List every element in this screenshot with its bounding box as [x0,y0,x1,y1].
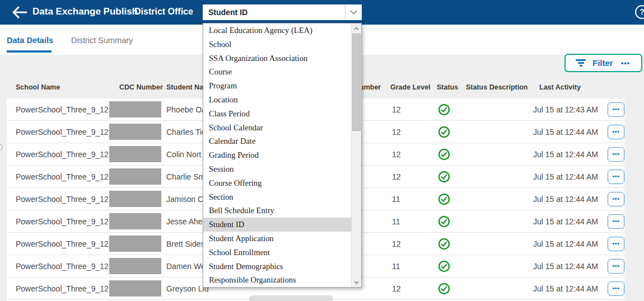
scroll-down-icon[interactable] [352,278,361,287]
column-header-status-description[interactable]: Status Description [466,78,528,96]
scrollbar-thumb[interactable] [352,34,361,131]
cdc-number-redaction [109,168,161,185]
status-success-icon [438,215,450,228]
cell-last-activity: Jul 15 at 12:43 AM [533,98,598,121]
cell-student-name: Charles Tic [166,121,206,143]
cdc-number-redaction [109,124,161,140]
filter-button-label: Filter [592,58,613,68]
cell-school-name: PowerSchool_Three_9_12 [16,278,109,300]
cdc-number-redaction [109,213,161,229]
row-actions-button[interactable]: ••• [608,125,624,139]
app-window: Data Exchange Publish District Office St… [0,0,644,301]
filter-button[interactable]: Filter ••• [564,54,642,72]
row-actions-button[interactable]: ••• [608,147,624,162]
dropdown-option[interactable]: Student Demographics [203,260,351,274]
cell-last-activity: Jul 15 at 12:44 AM [533,255,598,278]
cell-school-name: PowerSchool_Three_9_12 [16,188,109,210]
cdc-number-redaction [109,191,161,207]
dropdown-option[interactable]: Student Application [203,232,351,246]
cell-student-name: Colin Nort [166,143,201,166]
clipped-edge-element [0,144,3,151]
dropdown-option[interactable]: Location [203,93,351,107]
cdc-number-redaction [109,101,161,117]
dropdown-option[interactable]: Section [203,190,351,204]
dropdown-option[interactable]: Local Education Agency (LEA) [203,23,351,37]
status-success-icon [438,260,450,272]
cell-student-name: Charlie Sm [166,166,205,188]
cell-student-name: Jesse Ahea [166,210,207,233]
column-header-status[interactable]: Status [437,78,458,96]
dropdown-option[interactable]: Session [203,162,351,176]
filter-icon [576,59,586,67]
column-header-cdc-number[interactable]: CDC Number [119,78,163,96]
cell-last-activity: Jul 15 at 12:44 AM [533,188,598,210]
cell-school-name: PowerSchool_Three_9_12 [16,98,109,121]
cell-grade-level: 12 [392,143,401,166]
status-success-icon [438,126,450,138]
dropdown-option[interactable]: SSA Organization Association [203,51,351,65]
cell-student-name: Jamison Ch [166,188,208,210]
cell-student-name: Phoebe Oa [166,98,206,121]
row-actions-button[interactable]: ••• [608,214,624,229]
column-header-last-activity[interactable]: Last Activity [539,78,581,96]
status-success-icon [438,238,450,250]
dropdown-option[interactable]: School Calendar [203,121,351,135]
cell-grade-level: 11 [392,188,400,210]
row-actions-button[interactable]: ••• [608,170,624,184]
dropdown-option[interactable]: School Enrollment [203,246,351,260]
context-title: District Office [134,7,193,17]
cell-school-name: PowerSchool_Three_9_12 [16,166,109,188]
status-success-icon [438,148,450,161]
status-success-icon [438,283,450,295]
entity-select-value: Student ID [203,8,345,17]
column-header-school-name[interactable]: School Name [16,78,60,96]
column-header-grade-level[interactable]: Grade Level [390,78,431,96]
cell-school-name: PowerSchool_Three_9_12 [16,233,109,255]
scroll-up-icon[interactable] [352,23,361,33]
cell-grade-level: 11 [392,210,400,233]
tab-district-summary[interactable]: District Summary [71,36,133,45]
status-success-icon [438,171,450,183]
cdc-number-redaction [109,258,161,274]
tab-data-details[interactable]: Data Details [7,36,53,45]
cell-student-name: Brett Sides [166,233,204,255]
cell-grade-level: 12 [392,121,401,143]
cell-grade-level: 12 [392,278,401,300]
help-icon[interactable]: ? [635,5,644,19]
row-actions-button[interactable]: ••• [608,237,624,251]
dropdown-option[interactable]: Class Period [203,107,351,121]
dropdown-option[interactable]: Bell Schedule Entry [203,204,351,218]
status-success-icon [438,193,450,205]
row-actions-button[interactable]: ••• [608,281,624,296]
chevron-down-icon [345,4,362,20]
page-title: Data Exchange Publish [32,6,138,17]
cdc-number-redaction [109,280,161,297]
row-actions-button[interactable]: ••• [608,102,624,117]
dropdown-option[interactable]: School [203,37,351,51]
dropdown-option[interactable]: Course Offering [203,176,351,190]
entity-select[interactable]: Student ID [203,4,362,20]
entity-dropdown-list: Local Education Agency (LEA)SchoolSSA Or… [203,23,351,287]
cdc-number-redaction [109,236,161,252]
cell-last-activity: Jul 15 at 12:44 AM [533,166,598,188]
back-arrow-icon[interactable] [11,6,28,19]
dropdown-option[interactable]: Student ID [203,218,351,232]
entity-dropdown: Local Education Agency (LEA)SchoolSSA Or… [203,23,362,288]
cell-grade-level: 12 [392,166,401,188]
cell-last-activity: Jul 15 at 12:44 AM [533,278,598,300]
active-tab-underline [7,50,52,53]
row-actions-button[interactable]: ••• [608,259,624,274]
row-actions-button[interactable]: ••• [608,192,624,206]
dropdown-scrollbar[interactable] [351,23,361,287]
cell-school-name: PowerSchool_Three_9_12 [16,255,109,278]
dropdown-option[interactable]: Responsible Organizations [203,273,351,287]
cdc-number-redaction [109,146,161,162]
dropdown-option[interactable]: Course [203,65,351,79]
filter-more-button[interactable]: ••• [621,59,631,67]
dropdown-option[interactable]: Calendar Date [203,134,351,148]
cell-last-activity: Jul 15 at 12:44 AM [533,143,598,166]
cell-last-activity: Jul 15 at 12:44 AM [533,233,598,255]
student-number-redaction [249,295,333,301]
dropdown-option[interactable]: Program [203,79,351,93]
dropdown-option[interactable]: Grading Period [203,148,351,162]
